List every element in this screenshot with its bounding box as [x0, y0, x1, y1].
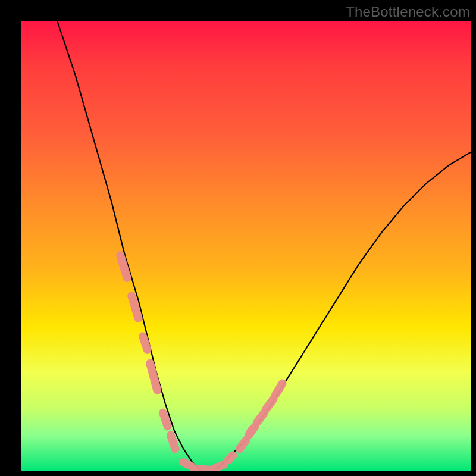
plot-area: [21, 21, 471, 471]
chart-frame: TheBottleneck.com: [0, 0, 476, 476]
watermark-text: TheBottleneck.com: [346, 4, 470, 20]
